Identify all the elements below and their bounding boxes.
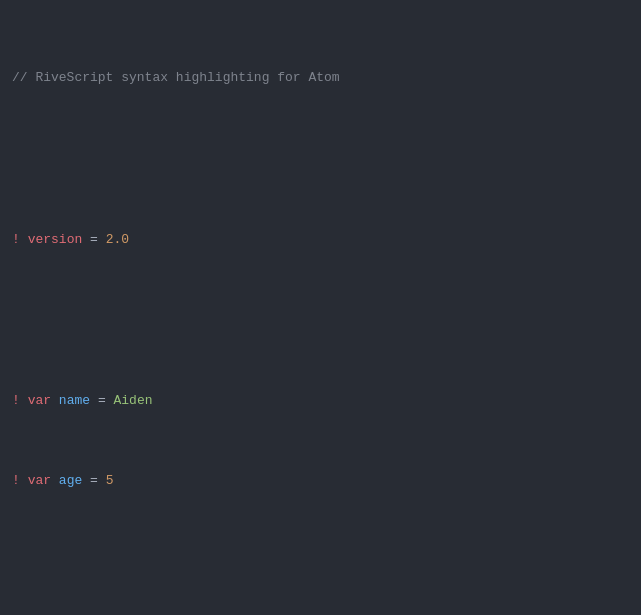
kw-var: var — [28, 393, 51, 408]
eq2: = — [98, 393, 114, 408]
exclaim2: ! — [12, 393, 20, 408]
kw-var2: var — [28, 473, 51, 488]
line-var-age: ! var age = 5 — [12, 471, 629, 491]
code-editor: // RiveScript syntax highlighting for At… — [0, 0, 641, 615]
exclaim1: ! — [12, 232, 20, 247]
val-name: Aiden — [113, 393, 152, 408]
line-blank1 — [12, 149, 629, 169]
exclaim3: ! — [12, 473, 20, 488]
eq1: = — [90, 232, 106, 247]
line-comment: // RiveScript syntax highlighting for At… — [12, 68, 629, 88]
comment-text: // RiveScript syntax highlighting for At… — [12, 70, 340, 85]
line-blank2 — [12, 310, 629, 330]
eq3: = — [90, 473, 106, 488]
line-version: ! version = 2.0 — [12, 230, 629, 250]
line-blank3 — [12, 552, 629, 572]
val-version: 2.0 — [106, 232, 129, 247]
kw-version: version — [28, 232, 83, 247]
line-var-name: ! var name = Aiden — [12, 391, 629, 411]
val-age: 5 — [106, 473, 114, 488]
var-name-id: name — [59, 393, 90, 408]
var-age-id: age — [59, 473, 82, 488]
